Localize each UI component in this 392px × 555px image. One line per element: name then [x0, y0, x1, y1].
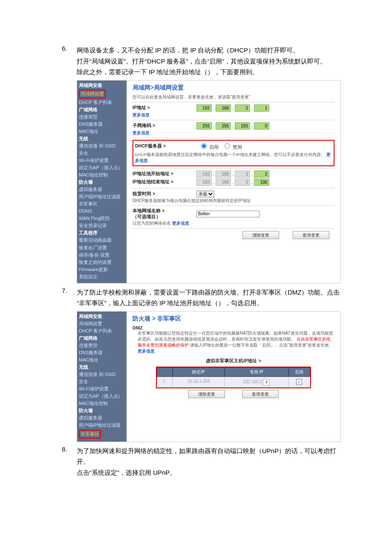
pool-end-3: 2 — [235, 179, 250, 186]
sidebar-item-conn-type[interactable]: 连接类型 — [79, 113, 125, 121]
dmz-clear-button[interactable]: 清除变更 — [188, 390, 225, 398]
apply-button[interactable]: 套用变更 — [293, 231, 329, 239]
pool-start-4[interactable]: 2 — [254, 171, 269, 178]
local-more-info[interactable]: 更多信息 — [172, 221, 189, 225]
dmz-table-title: 虚拟非军事区主机IP地址 > — [133, 358, 334, 364]
mask-octet-1[interactable]: 255 — [196, 122, 212, 130]
subnet-label: 子网掩码 > — [133, 123, 196, 129]
ip-address-value: 192. 168. 2. 1 — [196, 104, 271, 112]
sidebar-item-system[interactable]: 系统设定 — [79, 273, 125, 280]
dmz-apply-button[interactable]: 套用变更 — [242, 390, 279, 398]
sidebar-item-firmware[interactable]: Firmware更新 — [79, 266, 125, 273]
sidebar-lan: 局域网安装 局域网设置 DHCP 客户列表 广域网络 连接类型 DNS服务器 M… — [77, 81, 127, 283]
sidebar-cat-lan-setup: 局域网安装 — [79, 82, 125, 89]
sidebar2-item-ssid[interactable]: 通信信道 和 SSID — [79, 371, 125, 378]
sidebar-item-backup[interactable]: 保存/备份 设置 — [79, 251, 125, 259]
ip-octet-3[interactable]: 2 — [235, 104, 250, 112]
lan-panel-title: 局域网>局域网设置 — [133, 84, 334, 92]
sidebar2-item-mac[interactable]: MAC地址 — [79, 356, 125, 364]
sidebar-item-dmz[interactable]: 非军事区 — [79, 200, 125, 208]
sidebar2-item-dmz[interactable]: 非军事区 — [79, 430, 101, 439]
sidebar-item-mac[interactable]: MAC地址 — [79, 128, 125, 135]
dhcp-enable-text: 启用 — [209, 145, 219, 150]
sidebar2-item-client-ip-filter[interactable]: 用户端IP地址过滤器 — [79, 422, 125, 429]
local-domain-label: 本地网域名称 > （可选项目） — [133, 208, 196, 220]
sidebar-item-ddns[interactable]: DDNS — [79, 208, 125, 215]
screenshot-dmz: 局域网安装 局域网设置 DHCP 客户列表 广域网络 连接类型 DNS服务器 M… — [77, 311, 341, 442]
sidebar2-item-lan-settings[interactable]: 局域网设置 — [79, 320, 125, 327]
list-number-7: 7. — [62, 287, 67, 294]
row1-private-ip: 192.168.2.2 — [225, 377, 288, 387]
dmz-desc-2: 请输入IP地址的最后一位数字并选取「启用」。点选“套用变更”使更改生效。 — [190, 343, 333, 347]
sidebar2-item-mac-filter[interactable]: MAC地址控制 — [79, 400, 125, 407]
pool-end-2: 168 — [216, 179, 231, 186]
list-number-8: 8. — [62, 445, 67, 453]
local-domain-input[interactable] — [196, 211, 259, 217]
item-7-text: 为了防止学校检测和屏蔽，需要设置一下路由器的防火墙。打开非军事区（DMZ）功能。… — [77, 287, 341, 309]
ip-octet-2[interactable]: 168 — [216, 104, 231, 112]
pool-end-4[interactable]: 100 — [254, 179, 269, 186]
ip-octet-1[interactable]: 192 — [196, 104, 212, 112]
screenshot-lan-settings: 局域网安装 局域网设置 DHCP 客户列表 广域网络 连接类型 DNS服务器 M… — [77, 80, 341, 283]
ip-address-label: IP地址 > — [133, 105, 196, 111]
col-index — [157, 367, 173, 377]
sidebar2-item-wps[interactable]: Wi-Fi保护设置 — [79, 385, 125, 393]
sidebar-item-sec-log[interactable]: 安全登录记录 — [79, 222, 125, 229]
sidebar-item-virtual-server[interactable]: 虚拟服务器 — [79, 186, 125, 193]
ip-more-info[interactable]: 更多信息 — [133, 112, 334, 118]
pool-start-1: 192 — [196, 171, 212, 178]
lan-panel-desc: 您可以在此更改局域网设置。若要更改生效，请选取“套用变更” — [133, 94, 334, 100]
dmz-heading: DMZ — [133, 325, 334, 330]
sidebar-dmz: 局域网安装 局域网设置 DHCP 客户列表 广域网络 连接类型 DNS服务器 M… — [77, 312, 127, 442]
sidebar-cat-firewall: 防火墙 — [79, 179, 125, 186]
ip-octet-4[interactable]: 1 — [254, 104, 269, 112]
sidebar2-item-dhcp-clients[interactable]: DHCP 客户列表 — [79, 327, 125, 335]
row1-enable: ✓ — [288, 377, 310, 387]
col-private-ip: 专用 IP — [225, 367, 288, 377]
sidebar-item-lan-settings[interactable]: 局域网设置 — [79, 90, 106, 98]
sidebar-item-dns[interactable]: DNS服务器 — [79, 121, 125, 128]
sidebar-item-reboot[interactable]: 重新启动路由器 — [79, 237, 125, 244]
pool-end-label: IP地址池结束地址 > — [133, 179, 196, 185]
mask-octet-3[interactable]: 255 — [235, 122, 250, 130]
dhcp-disable-text: 禁用 — [233, 145, 242, 150]
lease-select[interactable]: 永远 — [196, 191, 214, 197]
sidebar2-item-conn-type[interactable]: 连接类型 — [79, 342, 125, 349]
dhcp-server-label: DHCP服务器 > — [135, 143, 199, 149]
dhcp-enable-radio[interactable] — [201, 143, 207, 149]
sidebar2-cat-firewall: 防火墙 — [79, 407, 125, 414]
sidebar-item-wan-ping[interactable]: WAN Ping阻挡 — [79, 215, 125, 222]
row1-static-ip: 10.10.3.204 — [173, 377, 225, 387]
dmz-private-ip-input[interactable]: 2 — [263, 379, 270, 385]
pool-start-3: 2 — [235, 171, 250, 178]
dhcp-disable-radio[interactable] — [225, 143, 230, 149]
pool-start-2: 168 — [216, 171, 231, 178]
row1-index: 1. — [157, 377, 173, 387]
sidebar-item-mac-filter[interactable]: MAC地址控制 — [79, 171, 125, 179]
sidebar2-item-dns[interactable]: DNS服务器 — [79, 349, 125, 356]
dhcp-server-block: DHCP服务器 > 启用 禁用 DHCP服务器能简易地透过设定网络中的每台电脑一… — [133, 140, 334, 166]
sidebar-item-dhcp-clients[interactable]: DHCP 客户列表 — [79, 99, 125, 106]
dmz-panel-title: 防火墙 > 非军事区 — [133, 315, 334, 323]
sidebar2-item-ap-mode[interactable]: 设定为AP（接入点） — [79, 393, 125, 400]
sidebar-cat-wan: 广域网络 — [79, 106, 125, 113]
sidebar-item-wps[interactable]: Wi-Fi保护设置 — [79, 157, 125, 164]
sidebar2-item-virtual-server[interactable]: 虚拟服务器 — [79, 414, 125, 422]
dmz-more-info[interactable]: 更多信息 — [138, 349, 155, 353]
clear-button[interactable]: 清除变更 — [242, 231, 279, 239]
mask-octet-2[interactable]: 255 — [216, 122, 231, 130]
sidebar-item-restore[interactable]: 恢复之前的设置 — [79, 259, 125, 266]
sidebar-item-client-ip-filter[interactable]: 用户端IP地址过滤器 — [79, 193, 125, 200]
sidebar-item-security[interactable]: 安全 — [79, 150, 125, 157]
pool-start-label: IP地址池开始地址 > — [133, 171, 196, 177]
lease-label: 租赁时间 > — [133, 191, 196, 197]
sidebar-item-factory[interactable]: 恢复出厂设置 — [79, 244, 125, 251]
dmz-enable-checkbox[interactable]: ✓ — [296, 379, 302, 385]
sidebar2-item-security[interactable]: 安全 — [79, 378, 125, 385]
sidebar-item-ap-mode[interactable]: 设定为AP（接入点） — [79, 164, 125, 171]
item-8-text: 为了加快网速和提升网络的稳定性，如果路由器有自动端口映射（UPnP）的话，可以考… — [77, 445, 341, 478]
mask-octet-4[interactable]: 0 — [254, 122, 269, 130]
sidebar2-cat-lan: 局域网安装 — [79, 313, 125, 320]
mask-more-info[interactable]: 更多信息 — [133, 130, 334, 136]
sidebar-item-ssid[interactable]: 通信信道 和 SSID — [79, 142, 125, 150]
